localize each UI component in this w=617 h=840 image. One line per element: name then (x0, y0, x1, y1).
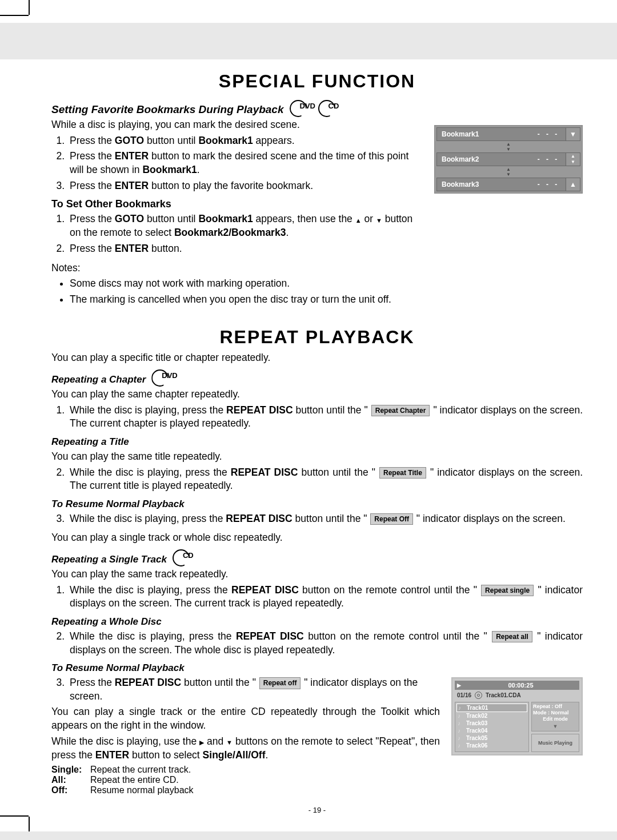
cd-icon: CD (173, 549, 195, 565)
cd-icon: CD (318, 100, 341, 116)
toolkit-track-list: ♪Track01 ♪Track02 ♪Track03 ♪Track04 ♪Tra… (455, 702, 529, 752)
list-item: Press the REPEAT DISC button until the "… (67, 676, 440, 703)
music-note-icon: ♪ (458, 728, 464, 734)
cd-small-icon (475, 692, 482, 699)
list-item: ♪Track05 (456, 734, 527, 742)
toolkit-time: 00:00:25 (508, 682, 533, 689)
list-item: The marking is cancelled when you open t… (70, 293, 423, 307)
list-item: ♪Track03 (456, 720, 527, 727)
osd-indicator-box: Repeat Chapter (371, 405, 430, 416)
down-triangle-icon: ▼ (566, 128, 580, 140)
crop-mark (0, 815, 29, 817)
header-band (0, 23, 617, 59)
list-item: Press the ENTER button to mark the desir… (67, 150, 423, 176)
list-item: While the disc is playing, press the REP… (67, 584, 583, 610)
bookmark-name: Bookmark3 (437, 180, 531, 188)
notes-label: Notes: (51, 262, 423, 275)
down-triangle-icon: ▼ (533, 724, 578, 730)
toolkit-paragraph: You can play a single track or the entir… (51, 705, 440, 732)
bookmark-row: Bookmark2 - - - ▲▼ (436, 152, 580, 166)
toolkit-mode-box: Repeat : Off Mode : Normal Edit mode ▼ (531, 702, 579, 732)
nav-arrows-icon: ▲▼ (436, 167, 581, 177)
nav-arrows-icon: ▲▼ (436, 142, 581, 152)
single-track-pre: You can play a single track or whole dis… (51, 531, 583, 545)
definition-row: Single:Repeat the current track. (51, 765, 440, 775)
updown-triangle-icon: ▲▼ (566, 153, 580, 166)
repeat-chapter-steps: While the disc is playing, press the REP… (51, 404, 583, 431)
toolkit-filename: Track01.CDA (486, 692, 521, 698)
subheading-resume-normal-2: To Resume Normal Playback (51, 662, 583, 674)
music-note-icon: ♪ (458, 742, 464, 749)
repeat-chapter-intro: You can play the same chapter repeatedly… (51, 388, 583, 401)
subheading-repeat-chapter: Repeating a Chapter (51, 374, 146, 385)
list-item: ♪Track01 (456, 704, 527, 712)
bookmark-row: Bookmark3 - - - ▲ (436, 178, 580, 191)
bookmark-row: Bookmark1 - - - ▼ (436, 127, 580, 141)
subheading-repeat-single-track: Repeating a Single Track (51, 554, 167, 565)
section-heading-special-function: SPECIAL FUNCTION (51, 71, 583, 92)
list-item: ♪Track04 (456, 727, 527, 734)
osd-indicator-box: Repeat all (492, 631, 532, 642)
list-item: Press the GOTO button until Bookmark1 ap… (67, 212, 423, 240)
up-triangle-icon (355, 213, 362, 227)
section-heading-repeat-playback: REPEAT PLAYBACK (51, 327, 583, 348)
subheading-repeat-whole-disc: Repeating a Whole Disc (51, 616, 583, 628)
music-note-icon: ♪ (458, 713, 464, 719)
subheading-resume-normal: To Resume Normal Playback (51, 499, 583, 510)
repeat-single-steps: While the disc is playing, press the REP… (51, 584, 583, 610)
bookmark-value: - - - (531, 155, 566, 163)
dvd-icon: DVD (151, 369, 174, 385)
definition-row: All:Repeat the entire CD. (51, 775, 440, 785)
repeat-intro: You can play a specific title or chapter… (51, 351, 583, 365)
down-triangle-icon (226, 735, 233, 749)
resume-steps: While the disc is playing, press the REP… (51, 512, 583, 526)
notes-list: Some discs may not work with marking ope… (51, 277, 423, 306)
toolkit-track-count: 01/16 (457, 692, 471, 698)
repeat-title-steps: While the disc is playing, press the REP… (51, 466, 583, 493)
bookmarks-intro: While a disc is playing, you can mark th… (51, 118, 423, 132)
page-number: - 19 - (51, 806, 583, 814)
up-triangle-icon: ▲ (566, 178, 580, 191)
bookmark-value: - - - (531, 130, 566, 138)
subheading-bookmarks: Setting Favorite Bookmarks During Playba… (51, 103, 284, 116)
toolkit-edit-mode: Edit mode (533, 716, 578, 722)
down-triangle-icon (376, 213, 382, 227)
music-note-icon: ♪ (458, 735, 464, 741)
toolkit-info-row: 01/16 Track01.CDA (455, 690, 579, 701)
toolkit-titlebar: ▶ 00:00:25 (455, 681, 579, 690)
toolkit-window: ▶ 00:00:25 01/16 Track01.CDA ♪Track01 ♪T… (451, 677, 583, 755)
toolkit-mode-status: Mode : Normal (533, 710, 578, 716)
repeat-title-intro: You can play the same title repeatedly. (51, 450, 583, 464)
list-item: Some discs may not work with marking ope… (70, 277, 423, 291)
dvd-icon: DVD (290, 100, 312, 116)
osd-indicator-box: Repeat Title (379, 467, 426, 479)
subheading-other-bookmarks: To Set Other Bookmarks (51, 198, 423, 210)
bookmarks-steps: Press the GOTO button until Bookmark1 ap… (51, 134, 423, 193)
osd-indicator-box: Repeat single (481, 585, 534, 596)
crop-mark (29, 817, 30, 831)
crop-mark (0, 15, 29, 16)
crop-mark (29, 0, 30, 15)
list-item: While the disc is playing, press the REP… (67, 404, 583, 431)
repeat-whole-steps: While the disc is playing, press the REP… (51, 630, 583, 657)
bookmark-value: - - - (531, 180, 566, 188)
bookmark-name: Bookmark1 (437, 130, 531, 138)
manual-page: SPECIAL FUNCTION Setting Favorite Bookma… (0, 0, 617, 831)
definition-row: Off:Resume normal playback (51, 785, 440, 795)
osd-indicator-box: Repeat off (259, 677, 301, 689)
right-triangle-icon (199, 735, 204, 749)
list-item: While the disc is playing, press the REP… (67, 630, 583, 657)
list-item: Press the ENTER button. (67, 242, 423, 256)
play-icon: ▶ (457, 682, 461, 688)
repeat-single-intro: You can play the same track repeatedly. (51, 568, 583, 581)
bookmark-name: Bookmark2 (437, 155, 531, 163)
toolkit-repeat-status: Repeat : Off (533, 704, 578, 710)
other-bookmarks-steps: Press the GOTO button until Bookmark1 ap… (51, 212, 423, 255)
bookmark-osd-panel: Bookmark1 - - - ▼ ▲▼ Bookmark2 - - - ▲▼ … (434, 125, 583, 194)
list-item: Press the GOTO button until Bookmark1 ap… (67, 134, 423, 148)
resume2-steps: Press the REPEAT DISC button until the "… (51, 676, 440, 703)
list-item: While the disc is playing, press the REP… (67, 466, 583, 493)
music-note-icon: ♪ (458, 705, 464, 711)
list-item: While the disc is playing, press the REP… (67, 512, 583, 526)
osd-indicator-box: Repeat Off (370, 513, 413, 525)
